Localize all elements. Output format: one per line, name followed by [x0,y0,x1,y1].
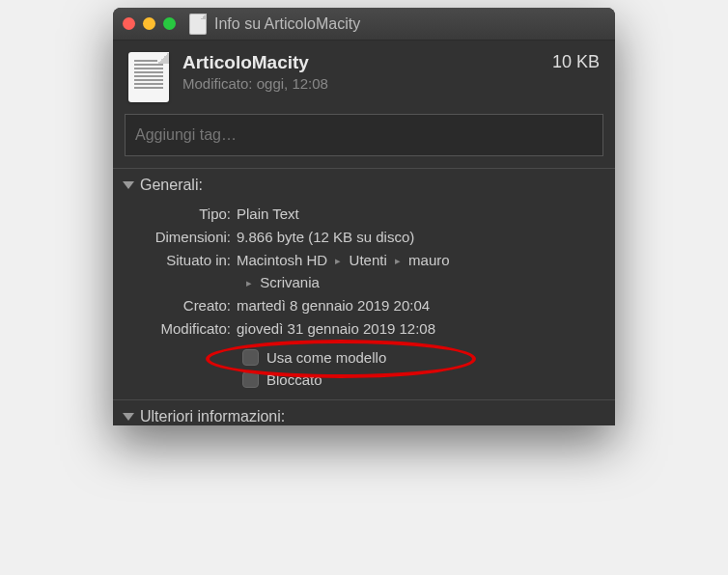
path-separator-icon: ▸ [335,254,341,269]
window-title: Info su ArticoloMacity [214,15,360,33]
more-info-section-title: Ulteriori informazioni: [140,408,285,425]
file-size-summary: 10 KB [552,52,600,72]
template-checkbox-label: Usa come modello [266,349,386,366]
more-info-section-header[interactable]: Ulteriori informazioni: [113,399,615,425]
general-section-body: Tipo: Plain Text Dimensioni: 9.866 byte … [113,200,615,399]
window-controls [123,17,176,30]
type-label: Tipo: [128,204,237,225]
type-row: Tipo: Plain Text [128,204,600,225]
locked-checkbox-label: Bloccato [266,371,322,388]
general-section-title: Generali: [140,177,203,194]
close-icon[interactable] [123,17,135,30]
path-part: Utenti [350,252,387,268]
locked-checkbox-row[interactable]: Bloccato [242,371,600,388]
disclosure-triangle-icon [123,413,134,421]
locked-checkbox[interactable] [242,371,259,388]
location-continuation: ▸ Scrivania [242,272,600,293]
modified-label: Modificato: [128,318,237,340]
modified-row: Modificato: giovedì 31 gennaio 2019 12:0… [128,318,600,340]
modified-value: giovedì 31 gennaio 2019 12:08 [237,318,600,340]
titlebar-file-icon [189,14,207,35]
file-icon [128,52,169,102]
minimize-icon[interactable] [143,17,155,30]
dimensions-label: Dimensioni: [128,227,237,248]
file-modified-summary: Modificato: oggi, 12:08 [182,75,328,92]
path-part: mauro [408,252,450,268]
disclosure-triangle-icon [123,181,134,189]
created-row: Creato: martedì 8 gennaio 2019 20:04 [128,295,600,316]
file-header: ArticoloMacity Modificato: oggi, 12:08 1… [113,41,615,110]
type-value: Plain Text [237,204,600,225]
general-section: Generali: Tipo: Plain Text Dimensioni: 9… [113,168,615,399]
tags-input[interactable] [125,114,603,156]
template-checkbox-row[interactable]: Usa come modello [242,349,600,366]
path-separator-icon: ▸ [395,254,401,269]
info-window: Info su ArticoloMacity ArticoloMacity Mo… [113,8,615,425]
created-label: Creato: [128,295,237,316]
location-label: Situato in: [128,250,237,271]
tags-section [113,110,615,168]
dimensions-row: Dimensioni: 9.866 byte (12 KB su disco) [128,227,600,248]
zoom-icon[interactable] [163,17,176,30]
template-checkbox[interactable] [242,349,259,366]
file-name: ArticoloMacity [182,52,328,73]
path-part: Macintosh HD [237,252,327,268]
location-value: Macintosh HD ▸ Utenti ▸ mauro [237,250,600,271]
location-row: Situato in: Macintosh HD ▸ Utenti ▸ maur… [128,250,600,271]
created-value: martedì 8 gennaio 2019 20:04 [237,295,600,316]
path-separator-icon: ▸ [246,276,252,291]
dimensions-value: 9.866 byte (12 KB su disco) [237,227,600,248]
path-part: Scrivania [260,274,320,290]
general-section-header[interactable]: Generali: [113,169,615,200]
titlebar[interactable]: Info su ArticoloMacity [113,8,615,41]
